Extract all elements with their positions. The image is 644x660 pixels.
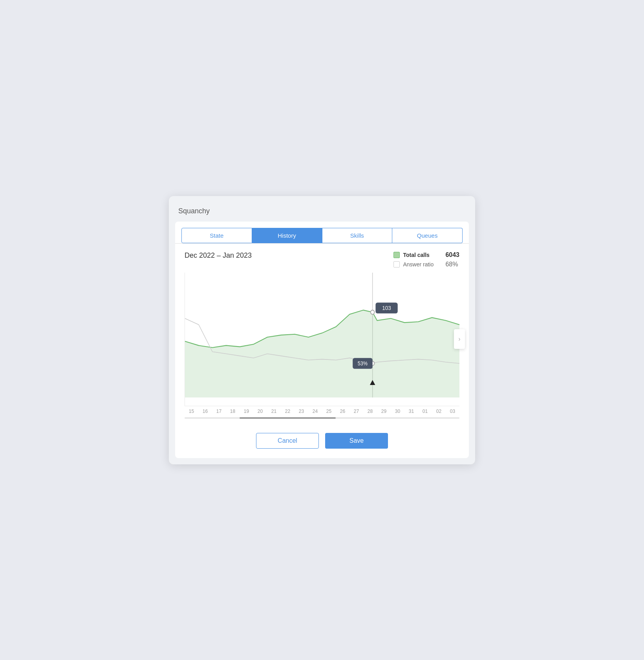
date-range: Dec 2022 – Jan 2023 [185, 251, 252, 260]
scrollbar-track[interactable] [185, 417, 459, 419]
svg-text:103: 103 [382, 304, 391, 311]
tab-skills[interactable]: Skills [322, 228, 393, 243]
x-label-02: 02 [432, 409, 446, 414]
x-label-31: 31 [404, 409, 418, 414]
chart-container: 103 53% › 15 16 17 18 19 [175, 273, 469, 425]
x-label-26: 26 [336, 409, 349, 414]
x-label-24: 24 [308, 409, 322, 414]
cancel-button[interactable]: Cancel [256, 433, 319, 449]
chart-svg: 103 53% [185, 273, 459, 406]
x-label-21: 21 [267, 409, 281, 414]
scrollbar-container [185, 416, 459, 425]
tab-state[interactable]: State [181, 228, 252, 243]
tabs-container: State History Skills Queues [175, 222, 469, 244]
modal-wrapper: Squanchy State History Skills Queues Dec… [169, 196, 475, 464]
footer: Cancel Save [175, 425, 469, 458]
tab-queues[interactable]: Queues [392, 228, 463, 243]
x-label-28: 28 [363, 409, 377, 414]
x-label-15: 15 [185, 409, 198, 414]
x-label-25: 25 [322, 409, 336, 414]
modal-title: Squanchy [175, 202, 469, 222]
x-label-18: 18 [226, 409, 240, 414]
x-label-01: 01 [418, 409, 432, 414]
legend-icon-answer-ratio [393, 261, 400, 268]
x-label-27: 27 [349, 409, 363, 414]
legend-value-total-calls: 6043 [445, 251, 459, 258]
chart-header: Dec 2022 – Jan 2023 Total calls 6043 Ans… [175, 244, 469, 273]
legend-total-calls: Total calls 6043 [393, 251, 459, 258]
legend-value-answer-ratio: 68% [445, 261, 458, 268]
legend-answer-ratio: Answer ratio 68% [393, 261, 458, 268]
legend-label-answer-ratio: Answer ratio [403, 261, 442, 268]
tab-history[interactable]: History [252, 228, 322, 243]
x-label-19: 19 [240, 409, 253, 414]
x-label-30: 30 [391, 409, 404, 414]
x-label-17: 17 [212, 409, 226, 414]
x-label-22: 22 [281, 409, 295, 414]
x-axis-labels: 15 16 17 18 19 20 21 22 23 24 25 26 27 2… [185, 406, 459, 416]
x-label-29: 29 [377, 409, 391, 414]
x-label-20: 20 [253, 409, 267, 414]
x-label-16: 16 [198, 409, 212, 414]
legend-icon-total-calls [393, 252, 400, 258]
x-label-23: 23 [295, 409, 308, 414]
save-button[interactable]: Save [325, 433, 388, 449]
legend: Total calls 6043 Answer ratio 68% [393, 251, 459, 268]
x-label-03: 03 [446, 409, 459, 414]
scrollbar-thumb[interactable] [240, 417, 336, 419]
modal-body: State History Skills Queues Dec 2022 – J… [175, 222, 469, 458]
svg-point-1 [371, 310, 375, 314]
svg-text:53%: 53% [358, 360, 368, 367]
next-arrow[interactable]: › [454, 329, 465, 349]
legend-label-total-calls: Total calls [403, 252, 442, 258]
chart-area[interactable]: 103 53% › [185, 273, 459, 406]
